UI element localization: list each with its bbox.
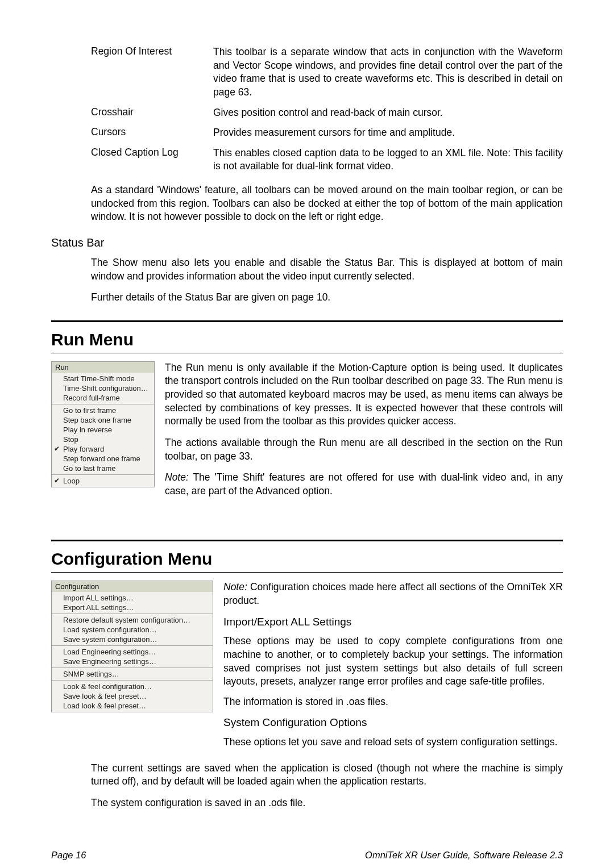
run-p1: The Run menu is only available if the Mo… [165,361,563,428]
toolbar-desc: This toolbar is a separate window that a… [213,45,563,99]
run-menu-screenshot: Run Start Time-Shift mode Time-Shift con… [51,361,155,487]
config-text-column: Note: Configuration choices made here af… [223,581,563,756]
toolbar-row: Cursors Provides measurement cursors for… [91,126,563,140]
menu-item[interactable]: Go to last frame [52,464,154,473]
note-label: Note: [223,581,247,592]
toolbar-desc: Provides measurement cursors for time an… [213,126,563,140]
toolbar-label: Crosshair [91,106,213,120]
menu-item[interactable]: Record full-frame [52,393,154,403]
note-label: Note: [165,471,189,483]
run-menu-heading: Run Menu [51,330,563,349]
menu-item-checked[interactable]: Loop [52,476,154,486]
status-p2: Further details of the Status Bar are gi… [91,291,563,304]
toolbar-definitions: Region Of Interest This toolbar is a sep… [91,45,563,173]
toolbar-row: Closed Caption Log This enables closed c… [91,147,563,173]
toolbar-desc: This enables closed caption data to be l… [213,147,563,173]
footer-page-number: Page 16 [51,850,86,861]
menu-item[interactable]: Load system configuration… [52,625,213,635]
menu-title: Run [52,362,154,373]
menu-item[interactable]: Step back one frame [52,415,154,425]
menu-item[interactable]: Go to first frame [52,406,154,415]
page-footer: Page 16 OmniTek XR User Guide, Software … [51,850,563,861]
toolbar-desc: Gives position control and read-back of … [213,106,563,120]
menu-item[interactable]: Start Time-Shift mode [52,374,154,383]
toolbar-label: Closed Caption Log [91,147,213,173]
menu-item[interactable]: Save look & feel preset… [52,691,213,701]
config-menu-screenshot: Configuration Import ALL settings… Expor… [51,581,213,712]
system-config-heading: System Configuration Options [223,715,563,730]
config-p4: The current settings are saved when the … [91,762,563,788]
status-bar-heading: Status Bar [51,236,563,249]
menu-item[interactable]: Load Engineering settings… [52,647,213,657]
menu-item[interactable]: Time-Shift configuration… [52,383,154,393]
toolbar-row: Region Of Interest This toolbar is a sep… [91,45,563,99]
config-note: Note: Configuration choices made here af… [223,581,563,607]
import-export-heading: Import/Export ALL Settings [223,615,563,629]
menu-item[interactable]: Step forward one frame [52,454,154,464]
divider [51,540,563,541]
menu-item[interactable]: Restore default system configuration… [52,615,213,625]
menu-item[interactable]: Look & feel configuration… [52,682,213,691]
config-p2: The information is stored in .oas files. [223,695,563,709]
menu-item[interactable]: Import ALL settings… [52,593,213,603]
menu-item[interactable]: Export ALL settings… [52,603,213,612]
configuration-menu-heading: Configuration Menu [51,549,563,569]
menu-item-checked[interactable]: Play forward [52,444,154,454]
menu-item[interactable]: Load look & feel preset… [52,701,213,711]
run-note: Note: The 'Time Shift' features are not … [165,471,563,498]
toolbar-label: Region Of Interest [91,45,213,99]
config-p5: The system configuration is saved in an … [91,796,563,810]
menu-item[interactable]: Stop [52,435,154,444]
config-p3: These options let you save and reload se… [223,736,563,749]
divider [51,353,563,353]
menu-item[interactable]: SNMP settings… [52,669,213,679]
status-p1: The Show menu also lets you enable and d… [91,256,563,283]
menu-title: Configuration [52,581,213,592]
divider [51,320,563,322]
note-text: Configuration choices made here affect a… [223,581,563,606]
config-p1: These options may be used to copy comple… [223,635,563,688]
footer-doc-title: OmniTek XR User Guide, Software Release … [365,850,563,861]
toolbar-row: Crosshair Gives position control and rea… [91,106,563,120]
toolbar-label: Cursors [91,126,213,140]
note-text: The 'Time Shift' features are not offere… [165,471,563,496]
divider [51,572,563,573]
toolbar-footer-text: As a standard 'Windows' feature, all too… [91,183,563,224]
menu-item[interactable]: Save system configuration… [52,635,213,644]
menu-item[interactable]: Save Engineering settings… [52,657,213,666]
run-p2: The actions available through the Run me… [165,436,563,463]
menu-item[interactable]: Play in reverse [52,425,154,435]
run-text-column: The Run menu is only available if the Mo… [165,361,563,506]
